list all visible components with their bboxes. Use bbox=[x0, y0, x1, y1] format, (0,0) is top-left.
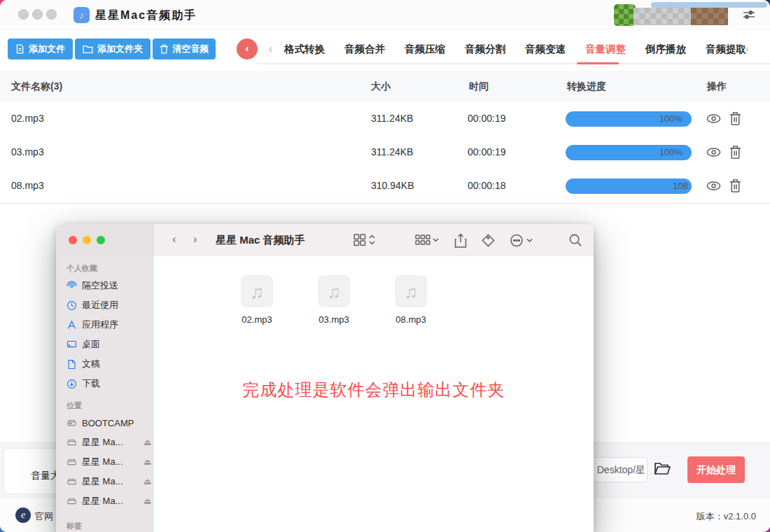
airdrop-icon bbox=[66, 281, 77, 291]
music-note-icon: ♫ bbox=[241, 275, 273, 307]
table-row: 08.mp3 310.94KB 00:00:18 108 bbox=[0, 169, 770, 204]
eject-icon[interactable]: ⏏ bbox=[144, 457, 151, 467]
applications-icon bbox=[66, 320, 77, 330]
finder-file[interactable]: ♫ 02.mp3 bbox=[225, 275, 288, 325]
titlebar-highlight bbox=[651, 2, 767, 8]
music-note-icon: ♫ bbox=[318, 275, 350, 307]
finder-back-icon[interactable]: ‹ bbox=[172, 232, 176, 246]
website-icon[interactable]: e bbox=[15, 507, 31, 523]
preview-eye-icon[interactable] bbox=[706, 144, 722, 160]
finder-forward-icon[interactable]: › bbox=[193, 232, 197, 246]
finder-zoom-button[interactable] bbox=[97, 236, 105, 244]
tab-audio-speed[interactable]: 音频变速 bbox=[524, 34, 567, 64]
finder-file-name: 02.mp3 bbox=[225, 314, 288, 325]
avatar[interactable] bbox=[614, 4, 636, 26]
tag-icon[interactable] bbox=[481, 233, 496, 248]
add-folder-button[interactable]: 添加文件夹 bbox=[75, 38, 150, 59]
clear-audio-label: 清空音频 bbox=[173, 43, 209, 55]
add-folder-label: 添加文件夹 bbox=[97, 43, 143, 55]
delete-trash-icon[interactable] bbox=[728, 178, 743, 194]
tab-audio-merge[interactable]: 音频合并 bbox=[343, 34, 386, 64]
sidebar-item-bootcamp[interactable]: BOOTCAMP bbox=[66, 414, 134, 431]
sidebar-label: 星星 Ma... bbox=[82, 436, 123, 449]
delete-trash-icon[interactable] bbox=[728, 111, 743, 127]
table-row: 03.mp3 311.24KB 00:00:19 100% bbox=[0, 136, 770, 170]
eject-icon[interactable]: ⏏ bbox=[144, 438, 151, 447]
sidebar-item-desktop[interactable]: 桌面 bbox=[66, 336, 100, 353]
sidebar-item-volume[interactable]: 星星 Ma... ⏏ bbox=[66, 454, 123, 470]
file-time: 00:00:18 bbox=[468, 180, 506, 191]
sidebar-item-volume[interactable]: 星星 Ma... ⏏ bbox=[66, 473, 123, 490]
favorites-section-label: 个人收藏 bbox=[66, 263, 97, 274]
tab-audio-extract[interactable]: 音频提取 bbox=[704, 34, 748, 64]
username-censored bbox=[634, 8, 691, 25]
desktop-icon bbox=[66, 340, 77, 350]
delete-trash-icon[interactable] bbox=[728, 144, 743, 160]
zoom-window-button[interactable] bbox=[46, 9, 57, 20]
document-icon bbox=[66, 359, 77, 370]
share-icon[interactable] bbox=[454, 233, 468, 248]
minimize-window-button[interactable] bbox=[32, 9, 43, 20]
tab-audio-split[interactable]: 音频分割 bbox=[463, 34, 507, 64]
annotation-note: 完成处理是软件会弹出输出文件夹 bbox=[154, 379, 594, 401]
sidebar-item-airdrop[interactable]: 隔空投送 bbox=[66, 277, 118, 294]
view-grid-icon[interactable] bbox=[353, 233, 377, 247]
drive-icon bbox=[66, 418, 77, 428]
finder-close-button[interactable] bbox=[69, 236, 77, 244]
finder-file[interactable]: ♫ 03.mp3 bbox=[302, 275, 365, 325]
tabs-scroll-right[interactable]: › bbox=[745, 43, 748, 55]
col-progress: 转换进度 bbox=[567, 80, 606, 93]
sidebar-label: 应用程序 bbox=[82, 318, 118, 331]
clear-audio-button[interactable]: 清空音频 bbox=[153, 38, 216, 59]
col-size: 大小 bbox=[371, 80, 391, 93]
file-size: 311.24KB bbox=[371, 146, 413, 158]
preview-eye-icon[interactable] bbox=[706, 111, 722, 127]
sidebar-item-volume[interactable]: 星星 Ma... ⏏ bbox=[66, 493, 123, 510]
sidebar-item-recents[interactable]: 最近使用 bbox=[66, 297, 118, 314]
tab-volume-adjust[interactable]: 音量调整 bbox=[584, 34, 627, 64]
finder-file[interactable]: ♫ 08.mp3 bbox=[379, 275, 442, 325]
titlebar: ♪ 星星Mac音频助手 bbox=[0, 0, 770, 31]
download-icon bbox=[66, 379, 77, 389]
output-path-value: Desktop/星 bbox=[597, 464, 645, 477]
tabs-back-circle-button[interactable]: ‹ bbox=[237, 38, 258, 59]
tab-audio-compress[interactable]: 音频压缩 bbox=[403, 34, 447, 64]
eject-icon[interactable]: ⏏ bbox=[144, 477, 151, 486]
progress-bar: 108 bbox=[566, 178, 692, 194]
close-window-button[interactable] bbox=[18, 9, 29, 20]
tab-reverse-play[interactable]: 倒序播放 bbox=[644, 34, 687, 64]
file-size: 310.94KB bbox=[371, 180, 414, 191]
username-censored-2 bbox=[691, 8, 728, 25]
file-name: 02.mp3 bbox=[11, 113, 44, 124]
finder-file-name: 08.mp3 bbox=[379, 314, 442, 325]
locations-section-label: 位置 bbox=[66, 400, 82, 411]
drive-icon bbox=[66, 496, 77, 507]
sidebar-item-downloads[interactable]: 下载 bbox=[66, 375, 100, 392]
finder-minimize-button[interactable] bbox=[83, 236, 91, 244]
sidebar-item-documents[interactable]: 文稿 bbox=[66, 356, 100, 372]
sidebar-item-volume[interactable]: 星星 Ma... ⏏ bbox=[66, 434, 123, 451]
sidebar-label: 文稿 bbox=[82, 358, 100, 370]
website-link[interactable]: 官网 bbox=[35, 510, 53, 523]
more-actions-icon[interactable] bbox=[510, 233, 535, 248]
drive-icon bbox=[66, 457, 77, 468]
file-size: 311.24KB bbox=[371, 113, 413, 124]
add-file-button[interactable]: 添加文件 bbox=[8, 38, 73, 59]
tabs-scroll-left[interactable]: ‹ bbox=[269, 43, 272, 55]
settings-sliders-icon[interactable] bbox=[742, 8, 756, 22]
progress-bar: 100% bbox=[566, 145, 692, 160]
choose-folder-icon[interactable] bbox=[654, 461, 671, 476]
app-logo-icon: ♪ bbox=[74, 7, 90, 23]
version-text: 版本：v2.1.0.0 bbox=[696, 510, 756, 523]
progress-bar: 100% bbox=[566, 111, 692, 127]
tab-format-convert[interactable]: 格式转换 bbox=[283, 34, 326, 64]
sidebar-label: 桌面 bbox=[82, 338, 100, 351]
finder-window: ‹ › 星星 Mac 音频助手 bbox=[56, 224, 594, 532]
preview-eye-icon[interactable] bbox=[706, 178, 722, 194]
eject-icon[interactable]: ⏏ bbox=[144, 496, 151, 506]
group-by-icon[interactable] bbox=[414, 233, 440, 247]
sidebar-item-applications[interactable]: 应用程序 bbox=[66, 316, 118, 333]
search-icon[interactable] bbox=[568, 233, 583, 248]
start-processing-button[interactable]: 开始处理 bbox=[687, 456, 745, 483]
finder-content: ♫ 02.mp3 ♫ 03.mp3 ♫ 08.mp3 完成处理是软件会弹出输出文… bbox=[154, 256, 594, 532]
